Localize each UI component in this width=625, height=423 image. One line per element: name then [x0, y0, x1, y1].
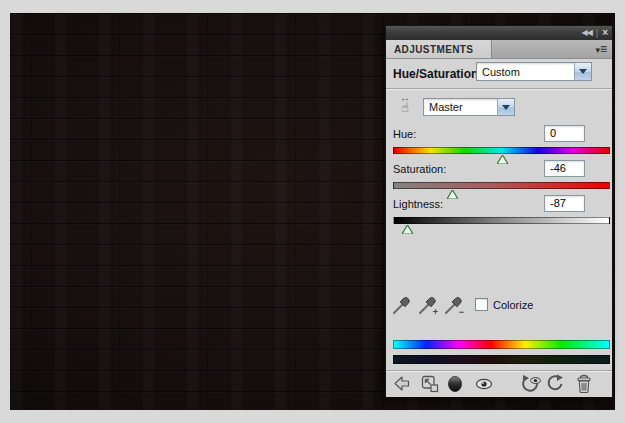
- panel-tab-row: ADJUSTMENTS ▾≡: [386, 40, 612, 59]
- hue-label: Hue:: [393, 128, 416, 140]
- trash-icon[interactable]: [575, 374, 595, 394]
- hue-slider-thumb[interactable]: [497, 155, 508, 164]
- return-arrow-icon[interactable]: [392, 374, 412, 394]
- channel-dropdown-value: Master: [424, 101, 463, 113]
- lightness-value-field[interactable]: -87: [544, 195, 585, 212]
- tab-well: ▾≡: [492, 40, 612, 58]
- collapse-to-icons-icon[interactable]: ◀◀: [582, 29, 592, 37]
- plus-modifier: +: [433, 308, 438, 317]
- chevron-down-icon: [579, 69, 587, 74]
- preset-dropdown[interactable]: Custom: [476, 62, 592, 81]
- close-icon[interactable]: ×: [602, 28, 608, 38]
- panel-body: Hue/Saturation Custom ↔ ☝ Master Hue: 0: [386, 59, 612, 397]
- minus-modifier: −: [459, 308, 464, 317]
- preset-dropdown-button[interactable]: [574, 63, 591, 80]
- adjustments-panel: ◀◀ | × ADJUSTMENTS ▾≡ Hue/Saturation Cus…: [385, 25, 613, 397]
- tab-adjustments[interactable]: ADJUSTMENTS: [386, 40, 492, 58]
- eyedropper-plus-icon[interactable]: +: [417, 293, 439, 317]
- visibility-eye-icon[interactable]: [474, 374, 494, 394]
- screenshot-canvas: ◀◀ | × ADJUSTMENTS ▾≡ Hue/Saturation Cus…: [0, 0, 625, 423]
- eyedropper-icon[interactable]: [391, 293, 413, 317]
- adjustment-title: Hue/Saturation: [393, 67, 478, 81]
- separator-line: [386, 88, 612, 90]
- channel-dropdown[interactable]: Master: [423, 98, 515, 116]
- panel-menu-icon[interactable]: ▾≡: [595, 43, 607, 55]
- channel-dropdown-button[interactable]: [497, 99, 514, 115]
- panel-group-titlebar: ◀◀ | ×: [386, 26, 612, 40]
- lightness-label: Lightness:: [393, 198, 443, 210]
- saturation-value-field[interactable]: -46: [544, 160, 585, 177]
- output-hue-spectrum-band: [393, 355, 610, 364]
- chevron-down-icon: [502, 105, 510, 110]
- hue-value-field[interactable]: 0: [544, 125, 585, 142]
- saturation-label: Saturation:: [393, 163, 446, 175]
- eyedropper-group: + −: [391, 293, 465, 317]
- input-hue-spectrum-band: [393, 340, 610, 349]
- hue-slider-track[interactable]: [393, 147, 610, 154]
- view-previous-state-icon[interactable]: [520, 374, 540, 394]
- saturation-slider-track[interactable]: [393, 182, 610, 189]
- lightness-slider-thumb[interactable]: [402, 225, 413, 234]
- clip-to-layer-icon[interactable]: [445, 374, 465, 394]
- reset-arrow-icon[interactable]: [546, 374, 566, 394]
- colorize-label: Colorize: [493, 299, 533, 311]
- lightness-slider-track[interactable]: [393, 217, 610, 224]
- colorize-checkbox[interactable]: [475, 298, 488, 311]
- panel-toolbar: [386, 372, 612, 397]
- titlebar-divider: |: [596, 29, 598, 38]
- on-image-adjustment-tool-icon[interactable]: ↔ ☝: [394, 93, 416, 117]
- tab-adjustments-label: ADJUSTMENTS: [394, 44, 473, 55]
- saturation-slider-thumb[interactable]: [447, 190, 458, 199]
- preset-dropdown-value: Custom: [477, 66, 520, 78]
- pointing-hand-icon: ☝: [394, 101, 416, 114]
- expanded-view-icon[interactable]: [420, 374, 440, 394]
- eyedropper-minus-icon[interactable]: −: [443, 293, 465, 317]
